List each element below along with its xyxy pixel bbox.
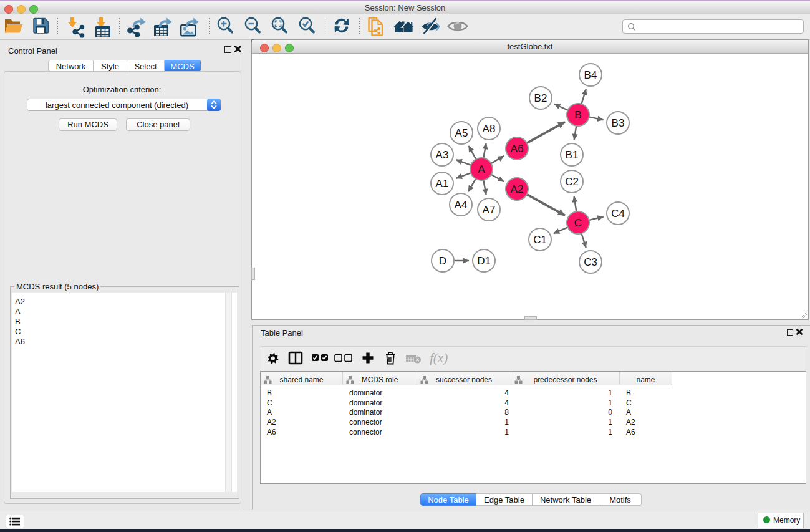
svg-text:B: B	[574, 109, 581, 121]
svg-text:A: A	[478, 163, 485, 175]
svg-text:A2: A2	[511, 183, 524, 195]
svg-text:A7: A7	[483, 204, 496, 216]
svg-text:A1: A1	[436, 178, 449, 190]
svg-text:A8: A8	[483, 123, 496, 135]
svg-text:C: C	[574, 217, 582, 229]
svg-text:B1: B1	[566, 149, 579, 161]
svg-text:C1: C1	[533, 234, 547, 246]
svg-text:A3: A3	[436, 149, 449, 161]
svg-text:A4: A4	[455, 199, 468, 211]
svg-text:C4: C4	[611, 208, 625, 220]
svg-text:D: D	[439, 255, 446, 267]
svg-text:B2: B2	[534, 92, 547, 104]
svg-text:C2: C2	[565, 176, 579, 188]
svg-text:C3: C3	[584, 256, 597, 268]
svg-text:A6: A6	[511, 143, 524, 155]
svg-text:B4: B4	[584, 69, 597, 81]
svg-text:D1: D1	[477, 255, 491, 267]
svg-text:B3: B3	[612, 117, 625, 129]
svg-text:A5: A5	[455, 127, 468, 139]
